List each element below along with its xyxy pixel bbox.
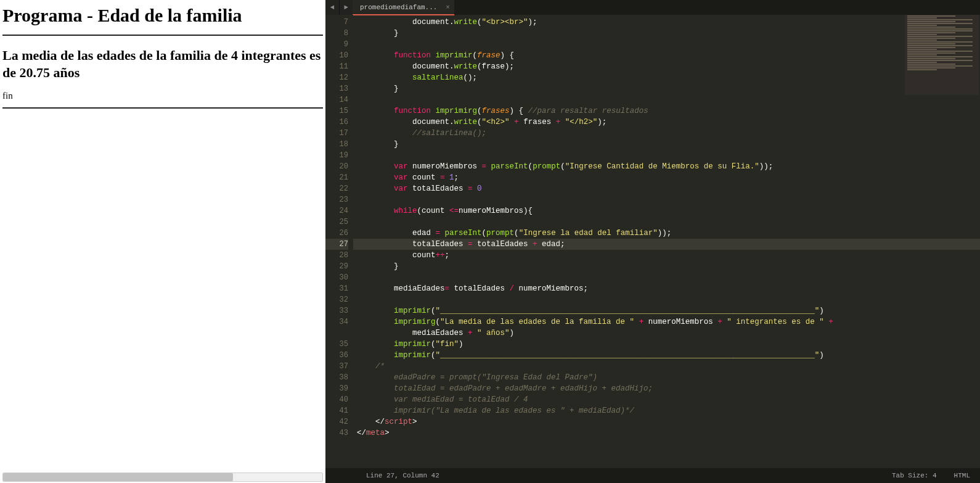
code-line[interactable]: while(count <=numeroMiembros){ (353, 205, 980, 217)
code-line[interactable]: count++; (353, 250, 980, 261)
file-tab[interactable]: promediomediafam... × (353, 0, 454, 15)
code-area[interactable]: 7891011121314151617181920212223242526272… (325, 15, 980, 468)
nav-buttons: ◄ ► (325, 0, 353, 15)
page-title: Programa - Edad de la familia (2, 5, 323, 26)
result-heading: La media de las edades de la familia de … (2, 47, 323, 81)
code-line[interactable]: </meta> (353, 427, 980, 439)
code-line[interactable]: document.write("<h2>" + frases + "</h2>"… (353, 117, 980, 128)
code-line[interactable]: imprimir("______________________________… (353, 305, 980, 316)
code-line[interactable]: var numeroMiembros = parseInt(prompt("In… (353, 161, 980, 172)
code-line[interactable] (353, 194, 980, 205)
code-line[interactable]: var mediaEdad = totalEdad / 4 (353, 394, 980, 405)
code-line[interactable]: totalEdades = totalEdades + edad; (353, 239, 980, 250)
code-line[interactable]: } (353, 261, 980, 272)
code-line[interactable] (353, 217, 980, 228)
code-line[interactable]: //saltarLinea(); (353, 128, 980, 139)
divider (2, 107, 323, 109)
editor-topbar: ◄ ► promediomediafam... × (325, 0, 980, 15)
code-line[interactable]: </script> (353, 416, 980, 427)
fin-text: fin (2, 91, 323, 101)
nav-forward-button[interactable]: ► (339, 0, 353, 15)
code-line[interactable]: function imprimirg(frases) { //para resa… (353, 105, 980, 117)
code-line[interactable]: } (353, 139, 980, 150)
scrollbar-thumb[interactable] (3, 473, 233, 481)
status-bar: Line 27, Column 42 Tab Size: 4 HTML (325, 468, 980, 483)
code-line[interactable]: totalEdad = edadPadre + edadMadre + edad… (353, 383, 980, 394)
code-content[interactable]: document.write("<br><br>"); } function i… (353, 15, 980, 468)
code-line[interactable] (353, 294, 980, 305)
code-line[interactable]: mediaEdades + " años") (353, 328, 980, 339)
line-gutter: 7891011121314151617181920212223242526272… (325, 15, 353, 468)
code-line[interactable]: var count = 1; (353, 172, 980, 183)
code-line[interactable] (353, 272, 980, 283)
code-line[interactable]: } (353, 83, 980, 94)
code-line[interactable]: saltarLinea(); (353, 72, 980, 83)
code-line[interactable]: imprimir("La media de las edades es " + … (353, 405, 980, 416)
code-line[interactable]: edad = parseInt(prompt("Ingrese la edad … (353, 228, 980, 239)
code-line[interactable]: edadPadre = prompt("Ingresa Edad del Pad… (353, 372, 980, 383)
code-line[interactable]: mediaEdades= totalEdades / numeroMiembro… (353, 283, 980, 294)
code-line[interactable]: document.write("<br><br>"); (353, 17, 980, 28)
status-language[interactable]: HTML (954, 472, 970, 479)
code-line[interactable]: imprimir("______________________________… (353, 350, 980, 361)
nav-back-button[interactable]: ◄ (325, 0, 339, 15)
status-tabsize[interactable]: Tab Size: 4 (892, 472, 937, 479)
code-line[interactable]: imprimir("fin") (353, 339, 980, 350)
code-line[interactable]: } (353, 28, 980, 39)
tab-label: promediomediafam... (360, 4, 437, 11)
code-line[interactable] (353, 39, 980, 50)
tab-bar: promediomediafam... × (353, 0, 980, 15)
status-cursor[interactable]: Line 27, Column 42 (335, 472, 875, 479)
code-line[interactable] (353, 150, 980, 161)
code-line[interactable]: function imprimir(frase) { (353, 50, 980, 61)
close-icon[interactable]: × (446, 4, 449, 11)
horizontal-scrollbar[interactable] (2, 473, 323, 482)
code-editor-pane: ◄ ► promediomediafam... × 78910111213141… (325, 0, 980, 483)
code-line[interactable]: var totalEdades = 0 (353, 183, 980, 194)
browser-output-pane: Programa - Edad de la familia La media d… (0, 0, 325, 483)
code-line[interactable]: document.write(frase); (353, 61, 980, 72)
divider (2, 35, 323, 36)
code-line[interactable] (353, 94, 980, 105)
code-line[interactable]: /* (353, 361, 980, 372)
code-line[interactable]: imprimirg("La media de las edades de la … (353, 316, 980, 328)
